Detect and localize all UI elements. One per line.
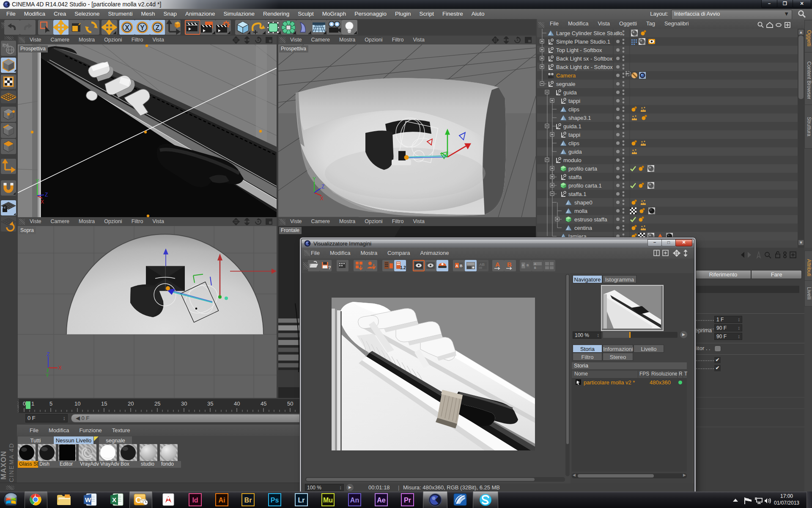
svg-text:profilo carta: profilo carta [568, 166, 598, 172]
svg-text:Z: Z [321, 184, 324, 190]
svg-text:shape3.1: shape3.1 [568, 115, 591, 121]
svg-text:40: 40 [234, 400, 240, 407]
svg-text:staffa: staffa [568, 174, 582, 180]
svg-text:15: 15 [101, 400, 107, 407]
svg-text:B: B [460, 264, 463, 268]
svg-text:Y: Y [36, 178, 39, 184]
svg-text:?: ? [328, 265, 331, 270]
svg-text:modulo: modulo [563, 157, 582, 163]
svg-text:0: 0 [23, 400, 26, 407]
svg-text:X: X [320, 196, 324, 202]
svg-text:centina: centina [574, 225, 593, 231]
svg-text:X: X [125, 24, 129, 31]
svg-text:Camera: Camera [556, 72, 576, 79]
svg-text:20: 20 [128, 400, 134, 407]
svg-text:Y: Y [140, 24, 145, 31]
svg-text:MAXON: MAXON [0, 451, 8, 480]
svg-text:50: 50 [287, 400, 293, 407]
svg-text:5: 5 [49, 400, 52, 407]
svg-text:AB: AB [479, 262, 485, 267]
svg-text:guida: guida [563, 89, 577, 96]
svg-text:A: A [534, 262, 536, 265]
svg-text:35: 35 [207, 400, 213, 407]
svg-text:10: 10 [74, 400, 80, 407]
svg-text:Simple Plane Studio.1: Simple Plane Studio.1 [556, 39, 610, 45]
svg-text:estruso staffa: estruso staffa [574, 216, 608, 223]
svg-text:A: A [495, 261, 500, 268]
svg-text:clips: clips [568, 140, 580, 146]
svg-text:A: A [522, 263, 524, 267]
svg-text:Large Cylinder Slice Studio: Large Cylinder Slice Studio [556, 30, 623, 36]
svg-text:W: W [85, 496, 91, 503]
svg-text:Back Light sx - Softbox: Back Light sx - Softbox [556, 55, 612, 62]
svg-text:shape0: shape0 [574, 199, 593, 206]
svg-text:X: X [41, 199, 44, 204]
svg-text:CINEMA 4D: CINEMA 4D [8, 443, 15, 482]
svg-text:30: 30 [181, 400, 187, 407]
svg-text:Y: Y [313, 176, 316, 182]
svg-text:X: X [112, 496, 116, 503]
svg-text:staffa.1: staffa.1 [568, 191, 586, 197]
svg-text:B: B [534, 266, 536, 269]
svg-text:X: X [58, 365, 62, 371]
svg-text:B: B [507, 261, 512, 268]
svg-text:guida.1: guida.1 [563, 123, 582, 130]
svg-text:Z: Z [156, 24, 160, 31]
svg-text:A: A [455, 264, 458, 268]
svg-text:Z: Z [45, 192, 48, 198]
svg-text:Top Light - Softbox: Top Light - Softbox [556, 47, 602, 53]
svg-text:Y: Y [46, 373, 49, 378]
svg-text:Back Light dx - Softbox: Back Light dx - Softbox [556, 64, 613, 70]
svg-text:tappi: tappi [568, 132, 580, 138]
svg-text:25: 25 [154, 400, 160, 407]
svg-text:molla: molla [574, 208, 588, 214]
svg-text:45: 45 [261, 400, 266, 407]
svg-text:B: B [527, 263, 529, 267]
svg-text:1.2: 1.2 [400, 265, 406, 270]
svg-text:segnale: segnale [556, 81, 576, 87]
svg-text:Z: Z [47, 351, 49, 357]
svg-text:clips: clips [568, 106, 580, 113]
svg-text:guida: guida [568, 149, 582, 155]
svg-text:profilo carta.1: profilo carta.1 [568, 182, 602, 189]
svg-text:1: 1 [31, 400, 34, 407]
svg-text:tappi: tappi [568, 98, 580, 104]
